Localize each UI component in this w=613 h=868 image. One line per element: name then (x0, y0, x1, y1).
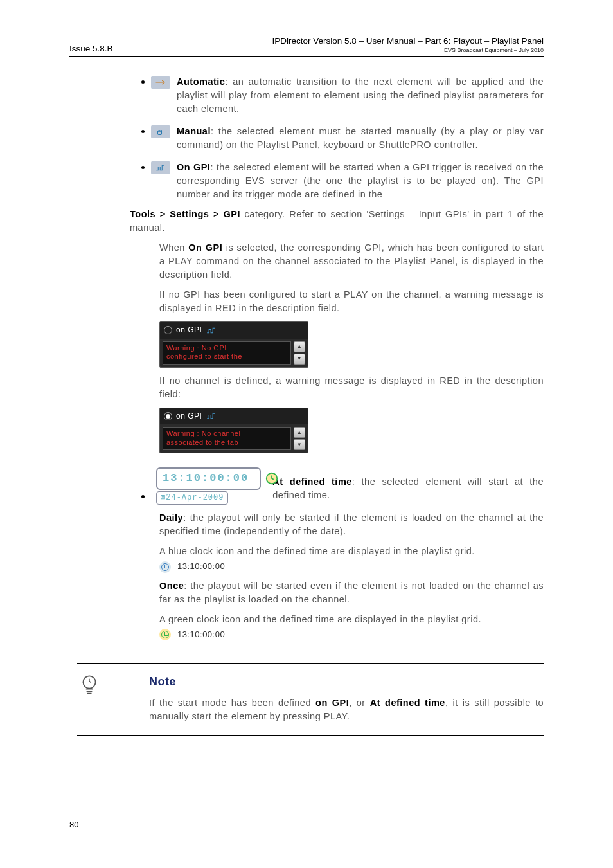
gpi-icon (151, 161, 170, 174)
gpi-warn-line1: Warning : No channel (166, 429, 287, 439)
page: Issue 5.8.B IPDirector Version 5.8 – Use… (0, 0, 613, 868)
blue-time-text: 13:10:00:00 (177, 561, 225, 573)
daily-line: A blue clock icon and the defined time a… (159, 545, 544, 558)
spin-down-button[interactable]: ▼ (294, 439, 305, 450)
bullet-dot (141, 166, 145, 169)
ongpi-when-b: On GPI (188, 242, 222, 253)
bullet-at-time: 13:10:00:00 ⊠24-Apr-2009 At defined time… (141, 462, 544, 505)
gpi-warn-line2: configured to start the (166, 352, 287, 361)
clock-icon (265, 471, 279, 485)
bullet-automatic: Automatic: an automatic transition to th… (141, 75, 544, 116)
gpi-label: on GPI (176, 411, 202, 422)
note-title: Note (149, 673, 544, 690)
issue-label: Issue 5.8.B (69, 44, 113, 53)
footer-rule (69, 818, 94, 819)
svg-point-1 (83, 676, 95, 688)
once-text: : the playout will be started even if th… (159, 581, 544, 604)
gpi-panel-nochan: on GPI Warning : No channel associated t… (159, 408, 308, 453)
gpi-panel-nogpi: on GPI Warning : No GPI configured to st… (159, 321, 308, 367)
gpi-warn-line1: Warning : No GPI (166, 344, 287, 353)
ongpi-label: On GPI (177, 162, 210, 172)
header-rule (69, 56, 544, 57)
automatic-icon (151, 76, 170, 89)
page-footer: 80 (69, 818, 94, 830)
green-time-text: 13:10:00:00 (177, 629, 225, 641)
bullet-manual: Manual: the selected element must be sta… (141, 125, 544, 152)
bullet-dot (141, 80, 145, 84)
manual-icon (151, 125, 170, 138)
header-sub: EVS Broadcast Equipment – July 2010 (272, 47, 544, 53)
green-time-row: 13:10:00:00 (159, 629, 544, 641)
manual-label: Manual (177, 126, 211, 136)
gpi-warn-field[interactable]: Warning : No channel associated to the t… (163, 427, 291, 450)
blue-time-row: 13:10:00:00 (159, 561, 544, 573)
bullet-ongpi: On GPI: the selected element will be sta… (141, 161, 544, 201)
page-header: Issue 5.8.B IPDirector Version 5.8 – Use… (69, 36, 544, 53)
once-label: Once (159, 581, 184, 591)
ongpi-nochan-text: If no channel is defined, a warning mess… (159, 374, 544, 401)
note-text: If the start mode has been defined on GP… (149, 696, 544, 723)
content-body: Automatic: an automatic transition to th… (141, 75, 544, 736)
automatic-text: : an automatic transition to the next el… (177, 77, 544, 114)
gpi-warn-line2: associated to the tab (166, 439, 287, 448)
page-number: 80 (69, 820, 94, 829)
product-label: IPDirector Version 5.8 – User Manual – P… (272, 36, 544, 46)
time-widget: 13:10:00:00 ⊠24-Apr-2009 (156, 467, 261, 505)
note-block: Note If the start mode has been defined … (77, 664, 544, 735)
ongpi-when-a: When (159, 242, 185, 253)
bullet-dot (141, 495, 145, 498)
note-bulb-icon (77, 673, 102, 700)
gpi-radio-on[interactable] (164, 412, 172, 420)
gpi-label: on GPI (176, 325, 202, 336)
note-tb: on GPI (315, 698, 349, 708)
gpi-warn-field[interactable]: Warning : No GPI configured to start the (163, 341, 291, 365)
bullet-dot (141, 130, 145, 133)
ongpi-settings-link: Tools > Settings > GPI (130, 209, 240, 219)
time-field[interactable]: 13:10:00:00 (156, 467, 261, 490)
spin-down-button[interactable]: ▼ (294, 354, 305, 365)
note-rule-bottom (77, 735, 544, 736)
green-clock-icon (159, 629, 171, 640)
daily-text: : the playout will only be started if th… (159, 512, 544, 536)
manual-text: : the selected element must be started m… (177, 126, 544, 150)
attime-label: At defined time (272, 476, 352, 487)
spin-up-button[interactable]: ▲ (294, 427, 305, 438)
automatic-label: Automatic (177, 77, 225, 87)
blue-clock-icon (159, 561, 171, 573)
note-ta: If the start mode has been defined (149, 698, 311, 708)
spin-up-button[interactable]: ▲ (294, 341, 305, 352)
ongpi-text1: : the selected element will be started w… (177, 162, 544, 199)
note-tc: , or (349, 698, 365, 708)
daily-label: Daily (159, 512, 183, 523)
note-td: At defined time (370, 698, 445, 708)
gpi-wave-icon (206, 412, 217, 420)
ongpi-nogpi-text: If no GPI has been configured to start a… (159, 288, 544, 315)
date-field[interactable]: ⊠24-Apr-2009 (156, 491, 228, 505)
gpi-wave-icon (206, 327, 217, 334)
time-value: 13:10:00:00 (163, 472, 249, 484)
once-line: A green clock icon and the defined time … (159, 613, 544, 626)
gpi-radio[interactable] (164, 326, 172, 334)
